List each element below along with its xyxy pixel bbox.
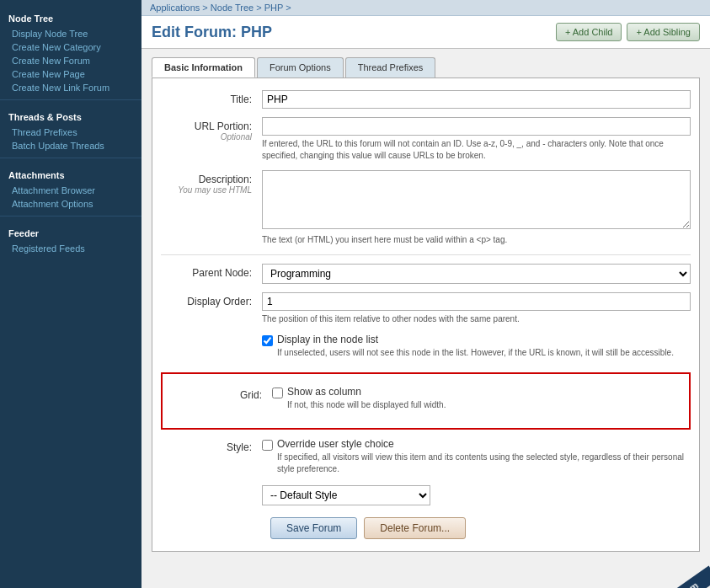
form-panel: Title: URL Portion: Optional If entered,… [152, 78, 700, 552]
main-content: Applications > Node Tree > PHP > Edit Fo… [141, 0, 710, 588]
display-in-node-checkbox-label: Display in the node list [277, 334, 674, 345]
sidebar-item-create-page[interactable]: Create New Page [0, 67, 141, 81]
save-forum-button[interactable]: Save Forum [270, 517, 357, 539]
sidebar: Node Tree Display Node Tree Create New C… [0, 0, 141, 588]
tab-thread-prefixes[interactable]: Thread Prefixes [345, 57, 436, 78]
parent-node-row: Parent Node: Programming [161, 264, 691, 284]
description-textarea[interactable] [262, 170, 691, 229]
sidebar-section-attachments: Attachments [0, 163, 141, 184]
url-row: URL Portion: Optional If entered, the UR… [161, 117, 691, 162]
grid-row: Grid: Show as column If not, this node w… [171, 386, 681, 416]
url-label: URL Portion: Optional [161, 117, 262, 142]
parent-node-select[interactable]: Programming [262, 264, 691, 284]
style-select[interactable]: -- Default Style [262, 485, 430, 505]
sidebar-item-attachment-browser[interactable]: Attachment Browser [0, 184, 141, 197]
header-buttons: + Add Child + Add Sibling [556, 23, 700, 41]
sidebar-item-display-node-tree[interactable]: Display Node Tree [0, 27, 141, 40]
sidebar-section-feeder: Feeder [0, 222, 141, 242]
title-row: Title: [161, 90, 691, 109]
url-hint: If entered, the URL to this forum will n… [262, 138, 691, 162]
display-order-field: The position of this item relative to ot… [262, 292, 691, 325]
sidebar-section-threads-posts: Threads & Posts [0, 105, 141, 126]
title-input[interactable] [262, 90, 691, 109]
parent-node-label: Parent Node: [161, 264, 262, 279]
grid-label: Grid: [171, 386, 272, 401]
description-label: Description: You may use HTML [161, 170, 262, 195]
sidebar-item-registered-feeds[interactable]: Registered Feeds [0, 242, 141, 255]
tabs: Basic Information Forum Options Thread P… [152, 57, 700, 78]
display-in-node-row: Display in the node list If unselected, … [161, 334, 691, 364]
description-field: The text (or HTML) you insert here must … [262, 170, 691, 246]
show-as-column-label: Show as column [287, 386, 446, 398]
bottom-buttons: Save Forum Delete Forum... [161, 517, 691, 539]
display-order-label: Display Order: [161, 292, 262, 307]
sidebar-item-create-link-forum[interactable]: Create New Link Forum [0, 81, 141, 94]
grid-field: Show as column If not, this node will be… [272, 386, 681, 416]
url-input[interactable] [262, 117, 691, 136]
show-as-column-hint: If not, this node will be displayed full… [287, 399, 446, 411]
add-child-button[interactable]: + Add Child [556, 23, 622, 41]
description-row: Description: You may use HTML The text (… [161, 170, 691, 246]
breadcrumb: Applications > Node Tree > PHP > [141, 0, 710, 16]
breadcrumb-applications[interactable]: Applications > [150, 3, 208, 13]
display-in-node-checkbox[interactable] [262, 335, 273, 346]
sidebar-item-create-forum[interactable]: Create New Forum [0, 54, 141, 67]
forum-name: PHP [241, 24, 272, 40]
grid-section: Grid: Show as column If not, this node w… [161, 372, 691, 430]
display-order-hint: The position of this item relative to ot… [262, 313, 691, 325]
add-sibling-button[interactable]: + Add Sibling [627, 23, 700, 41]
override-style-checkbox[interactable] [262, 440, 273, 451]
url-field: If entered, the URL to this forum will n… [262, 117, 691, 162]
style-field: Override user style choice If specified,… [262, 438, 691, 505]
title-field [262, 90, 691, 109]
display-order-input[interactable] [262, 292, 691, 311]
sidebar-section-node-tree: Node Tree [0, 7, 141, 27]
override-style-label: Override user style choice [277, 438, 691, 450]
page-header: Edit Forum: PHP + Add Child + Add Siblin… [141, 16, 710, 49]
description-hint: The text (or HTML) you insert here must … [262, 234, 691, 246]
tab-forum-options[interactable]: Forum Options [257, 57, 344, 78]
style-section: Style: Override user style choice If spe… [161, 438, 691, 505]
sidebar-item-batch-update[interactable]: Batch Update Threads [0, 139, 141, 152]
sidebar-item-create-category[interactable]: Create New Category [0, 40, 141, 54]
title-label: Title: [161, 90, 262, 105]
display-order-row: Display Order: The position of this item… [161, 292, 691, 325]
show-as-column-row: Show as column If not, this node will be… [272, 386, 681, 411]
display-in-node-hint: If unselected, users will not see this n… [277, 347, 674, 359]
breadcrumb-php[interactable]: PHP > [264, 3, 291, 13]
page-title: Edit Forum: PHP [152, 24, 272, 41]
show-as-column-checkbox[interactable] [272, 388, 283, 398]
sidebar-item-attachment-options[interactable]: Attachment Options [0, 197, 141, 211]
content-area: Basic Information Forum Options Thread P… [141, 49, 710, 560]
override-style-hint: If specified, all visitors will view thi… [277, 452, 691, 475]
style-label: Style: [161, 438, 262, 453]
parent-node-field: Programming [262, 264, 691, 284]
display-in-node-field: Display in the node list If unselected, … [262, 334, 691, 364]
override-style-row: Override user style choice If specified,… [262, 438, 691, 475]
display-in-node-checkbox-row: Display in the node list If unselected, … [262, 334, 691, 359]
sidebar-item-thread-prefixes[interactable]: Thread Prefixes [0, 126, 141, 139]
delete-forum-button[interactable]: Delete Forum... [364, 517, 466, 539]
tab-basic-information[interactable]: Basic Information [152, 57, 255, 78]
breadcrumb-node-tree[interactable]: Node Tree > [211, 3, 262, 13]
style-row: Style: Override user style choice If spe… [161, 438, 691, 505]
